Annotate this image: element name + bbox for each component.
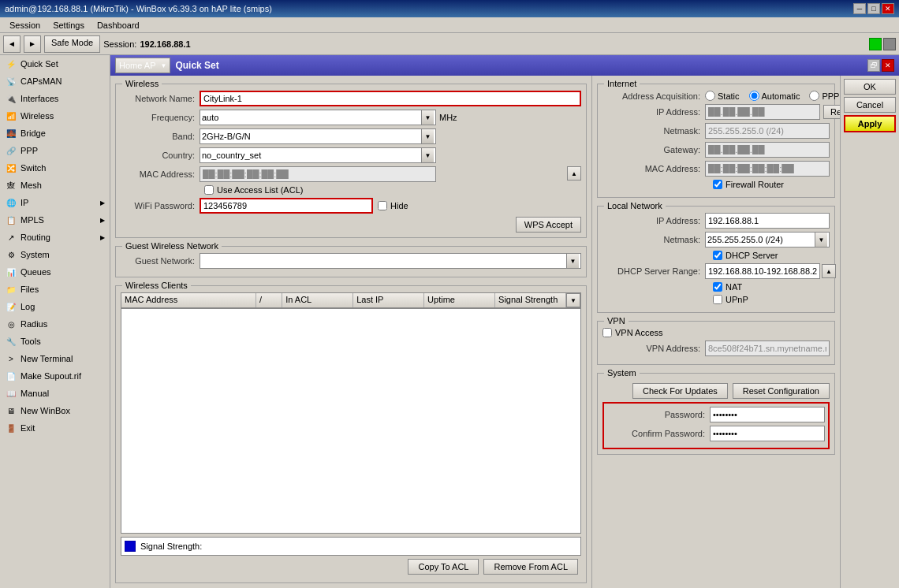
sidebar-item-new-winbox[interactable]: 🖥 New WinBox [0,402,110,419]
confirm-password-input[interactable] [710,426,825,441]
static-radio[interactable] [705,91,715,101]
use-acl-checkbox[interactable] [204,185,214,195]
back-button[interactable]: ◄ [3,35,21,53]
renew-button[interactable]: Renew [823,105,840,119]
upnp-label: UPnP [726,295,748,304]
mode-dropdown[interactable]: Home AP ▼ [115,58,170,73]
firewall-router-row: Firewall Router [713,180,830,189]
frequency-row: Frequency: auto ▼ MHz [121,110,581,125]
menu-session[interactable]: Session [3,19,47,32]
sidebar-item-routing[interactable]: ↗ Routing ▶ [0,229,110,246]
sidebar-item-capsman[interactable]: 📡 CAPsMAN [0,73,110,90]
dhcp-scroll-btn[interactable]: ▲ [822,264,836,278]
maximize-button[interactable]: □ [867,3,880,14]
internet-netmask-label: Netmask: [602,126,705,136]
guest-network-select[interactable]: ▼ [200,253,581,269]
sidebar-item-mpls[interactable]: 📋 MPLS ▶ [0,211,110,229]
sidebar-item-manual[interactable]: 📖 Manual [0,385,110,402]
sidebar-item-make-supout[interactable]: 📄 Make Supout.rif [0,367,110,385]
guest-network-title: Guest Wireless Network [122,241,222,251]
right-panel: Internet Address Acquisition: Static Aut… [591,76,840,588]
wifi-password-label: WiFi Password: [121,201,200,210]
network-name-input[interactable] [200,91,581,106]
nat-checkbox[interactable] [713,282,722,292]
firewall-router-checkbox[interactable] [713,180,722,189]
forward-button[interactable]: ► [24,35,41,53]
pppoe-radio-label[interactable]: PPPoE [809,91,840,101]
safe-mode-button[interactable]: Safe Mode [44,35,100,53]
firewall-router-label: Firewall Router [726,180,784,189]
wps-row: WPS Accept [121,217,581,233]
sidebar-item-new-terminal[interactable]: > New Terminal [0,350,110,367]
ip-arrow: ▶ [100,199,105,207]
confirm-password-row: Confirm Password: [607,426,825,441]
automatic-radio[interactable] [749,91,759,101]
winbox-icon: 🖥 [5,404,17,417]
close-button[interactable]: ✕ [882,3,894,14]
confirm-password-label: Confirm Password: [607,429,710,438]
local-netmask-value: 255.255.255.0 (/24) [707,235,815,244]
local-ip-input[interactable] [705,213,830,229]
frequency-select[interactable]: auto ▼ [200,110,436,125]
system-title: System [604,368,640,378]
wifi-password-input[interactable] [200,198,373,214]
sidebar-item-ppp[interactable]: 🔗 PPP [0,142,110,159]
ok-button[interactable]: OK [844,79,896,95]
dhcp-server-checkbox[interactable] [713,251,722,260]
sidebar-item-system[interactable]: ⚙ System [0,246,110,263]
network-name-row: Network Name: [121,91,581,106]
title-bar: admin@192.168.88.1 (MikroTik) - WinBox v… [0,0,899,17]
sidebar-item-ip[interactable]: 🌐 IP ▶ [0,194,110,211]
local-netmask-select[interactable]: 255.255.255.0 (/24) ▼ [705,232,830,247]
sidebar-label-mesh: Mesh [21,180,42,190]
panel-restore-button[interactable]: 🗗 [867,59,880,72]
sidebar-item-interfaces[interactable]: 🔌 Interfaces [0,90,110,107]
pppoe-radio[interactable] [809,91,819,101]
check-updates-button[interactable]: Check For Updates [632,383,728,399]
clients-scroll-btn[interactable]: ▼ [566,293,580,307]
ip-icon: 🌐 [5,196,17,209]
internet-gateway-label: Gateway: [602,145,705,154]
sidebar-label-manual: Manual [21,389,49,398]
dhcp-range-input[interactable] [705,263,820,279]
sidebar-item-queues[interactable]: 📊 Queues [0,263,110,281]
remove-from-acl-button[interactable]: Remove From ACL [483,559,578,575]
files-icon: 📁 [5,283,17,296]
country-select[interactable]: no_country_set ▼ [200,147,436,163]
action-buttons-panel: OK Cancel Apply [840,76,899,588]
network-name-label: Network Name: [121,94,200,103]
upnp-checkbox[interactable] [713,295,722,304]
reset-config-button[interactable]: Reset Configuration [733,383,830,399]
cancel-button[interactable]: Cancel [844,97,896,113]
menu-settings[interactable]: Settings [47,19,91,32]
sidebar-item-bridge[interactable]: 🌉 Bridge [0,125,110,142]
wps-accept-button[interactable]: WPS Accept [516,217,581,233]
minimize-button[interactable]: ─ [853,3,866,14]
sidebar-item-tools[interactable]: 🔧 Tools [0,333,110,350]
session-info: Session: 192.168.88.1 [103,39,190,49]
sidebar-item-log[interactable]: 📝 Log [0,298,110,315]
sidebar-item-wireless[interactable]: 📶 Wireless [0,107,110,125]
sidebar-item-quick-set[interactable]: ⚡ Quick Set [0,55,110,73]
sidebar-item-exit[interactable]: 🚪 Exit [0,419,110,437]
password-input[interactable] [710,407,825,422]
copy-to-acl-button[interactable]: Copy To ACL [408,559,479,575]
col-inacl: In ACL [282,293,353,307]
menu-dashboard[interactable]: Dashboard [91,19,146,32]
static-radio-label[interactable]: Static [705,91,740,101]
session-label: Session: [103,39,136,49]
quick-set-icon: ⚡ [5,58,17,70]
hide-password-checkbox[interactable] [378,201,387,210]
apply-button[interactable]: Apply [844,115,896,132]
vpn-access-checkbox[interactable] [602,328,612,337]
sidebar-item-mesh[interactable]: 🕸 Mesh [0,177,110,194]
sidebar-item-switch[interactable]: 🔀 Switch [0,159,110,177]
panel-close-button[interactable]: ✕ [882,59,894,72]
band-label: Band: [121,132,200,141]
band-select[interactable]: 2GHz-B/G/N ▼ [200,128,436,144]
sidebar-item-radius[interactable]: ◎ Radius [0,315,110,333]
col-lastip: Last IP [353,293,424,307]
automatic-radio-label[interactable]: Automatic [749,91,800,101]
sidebar-item-files[interactable]: 📁 Files [0,281,110,298]
wireless-scroll-up-btn[interactable]: ▲ [567,166,581,180]
